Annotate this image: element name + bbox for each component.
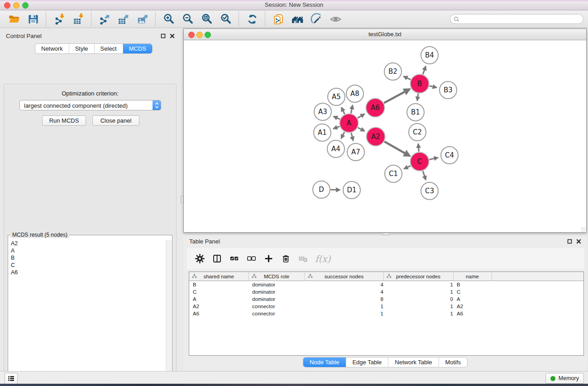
edge-A-A7[interactable] (351, 133, 353, 140)
cell[interactable]: B (189, 281, 249, 289)
gear-icon[interactable] (193, 252, 206, 266)
zoom-out-icon[interactable] (181, 12, 195, 26)
cell[interactable]: A (189, 295, 249, 303)
cell[interactable]: 4 (305, 281, 383, 289)
edge-A-A3[interactable] (334, 116, 340, 119)
cell[interactable]: dominator (249, 281, 305, 289)
column-header-predecessor-nodes[interactable]: predecessor nodes (383, 272, 453, 281)
import-table-icon[interactable] (72, 12, 85, 26)
dropdown-stepper-icon[interactable] (153, 100, 161, 110)
tab-motifs[interactable]: Motifs (438, 357, 467, 367)
edge-A6-B[interactable] (384, 89, 410, 103)
home-icon[interactable] (291, 12, 304, 26)
cell[interactable]: connector (249, 303, 305, 310)
zoom-selected-icon[interactable] (219, 12, 233, 26)
edge-C-C3[interactable] (423, 171, 426, 180)
cell[interactable]: 1 (305, 303, 383, 310)
table-float-panel-icon[interactable] (567, 238, 573, 244)
cell[interactable]: A (453, 295, 492, 303)
add-column-icon[interactable] (262, 252, 275, 266)
export-image-icon[interactable] (136, 12, 149, 26)
duplicate-network-icon[interactable] (272, 12, 285, 26)
cell[interactable]: A6 (453, 310, 492, 317)
tab-edge-table[interactable]: Edge Table (345, 357, 388, 367)
cell[interactable]: 4 (305, 288, 383, 295)
import-network-icon[interactable] (53, 12, 66, 26)
table-row[interactable]: Cdominator41C (189, 288, 583, 295)
cell[interactable]: A2 (453, 303, 492, 310)
edge-B-B1[interactable] (417, 94, 418, 100)
edge-B-B4[interactable] (423, 67, 425, 75)
table-row[interactable]: A2connector11A2 (189, 303, 583, 310)
table-row[interactable]: Bdominator41B (189, 281, 583, 289)
search-input[interactable] (460, 15, 583, 23)
table-close-panel-icon[interactable] (576, 238, 582, 244)
optimization-criterion-dropdown[interactable]: largest connected component (directed) (19, 100, 161, 110)
tab-network[interactable]: Network (35, 44, 69, 53)
edge-A-A4[interactable] (341, 132, 344, 138)
cell[interactable]: dominator (249, 295, 305, 303)
close-panel-icon[interactable] (169, 33, 175, 39)
save-icon[interactable] (26, 12, 40, 26)
export-network-icon[interactable] (98, 12, 111, 26)
search-box[interactable] (450, 14, 583, 24)
cell[interactable]: 1 (383, 303, 453, 310)
cell[interactable]: 1 (305, 310, 383, 317)
annotations-toggle-icon[interactable] (310, 12, 323, 26)
columns-icon[interactable] (210, 252, 224, 266)
result-item[interactable]: A (9, 247, 166, 254)
cell[interactable]: 1 (383, 288, 453, 295)
zoom-in-icon[interactable] (162, 12, 176, 26)
edge-B-B3[interactable] (429, 86, 436, 88)
delete-column-icon[interactable] (279, 252, 292, 266)
float-panel-icon[interactable] (160, 33, 166, 39)
select-all-icon[interactable] (227, 252, 241, 266)
edge-A-A6[interactable] (358, 114, 364, 118)
cell[interactable]: A2 (189, 303, 249, 310)
cell[interactable]: A6 (189, 310, 249, 317)
resize-grip-icon[interactable] (581, 227, 586, 232)
edge-A-A5[interactable] (341, 107, 344, 114)
result-scrollbar[interactable] (166, 240, 172, 386)
edge-C-C2[interactable] (418, 144, 419, 152)
result-item[interactable]: A6 (9, 269, 166, 276)
column-header-name[interactable]: name (453, 272, 492, 281)
edge-A-A2[interactable] (358, 128, 365, 131)
deselect-all-icon[interactable] (244, 252, 258, 266)
cell[interactable]: 1 (383, 281, 453, 289)
result-item[interactable]: C (9, 262, 166, 269)
close-panel-button[interactable]: Close panel (92, 115, 139, 126)
tab-select[interactable]: Select (94, 44, 123, 53)
cell[interactable]: dominator (249, 288, 305, 295)
column-header-successor-nodes[interactable]: successor nodes (305, 272, 383, 281)
refresh-icon[interactable] (245, 12, 259, 26)
edge-A-A8[interactable] (351, 105, 353, 113)
edge-B-B2[interactable] (404, 76, 411, 80)
memory-button[interactable]: Memory (545, 373, 584, 384)
cell[interactable]: C (453, 288, 492, 295)
edge-C-C1[interactable] (404, 166, 411, 169)
table-row[interactable]: A6connector11A6 (189, 310, 583, 317)
tab-network-table[interactable]: Network Table (388, 357, 438, 367)
zoom-fit-icon[interactable] (200, 12, 214, 26)
edge-C-C4[interactable] (430, 157, 438, 159)
cell[interactable]: 0 (383, 295, 453, 303)
tab-node-table[interactable]: Node Table (303, 357, 346, 367)
export-table-icon[interactable] (117, 12, 130, 26)
cell[interactable]: C (189, 288, 249, 295)
result-item[interactable]: B (9, 254, 166, 262)
eye-icon[interactable] (329, 12, 342, 26)
column-header-shared-name[interactable]: shared name (189, 272, 249, 281)
cell[interactable]: 1 (383, 310, 453, 317)
cell[interactable]: B (453, 281, 492, 289)
open-folder-icon[interactable] (7, 12, 21, 26)
cell[interactable]: connector (249, 310, 305, 317)
cell[interactable]: 8 (305, 295, 383, 303)
run-mcds-button[interactable]: Run MCDS (42, 115, 86, 126)
result-item[interactable]: A2 (9, 240, 166, 247)
network-window-titlebar[interactable]: testGlobe.txt (184, 29, 586, 40)
task-history-button[interactable] (5, 373, 18, 384)
edge-A2-C[interactable] (384, 142, 410, 156)
column-header-MCDS-role[interactable]: MCDS role (249, 272, 305, 281)
tab-mcds[interactable]: MCDS (123, 44, 152, 53)
